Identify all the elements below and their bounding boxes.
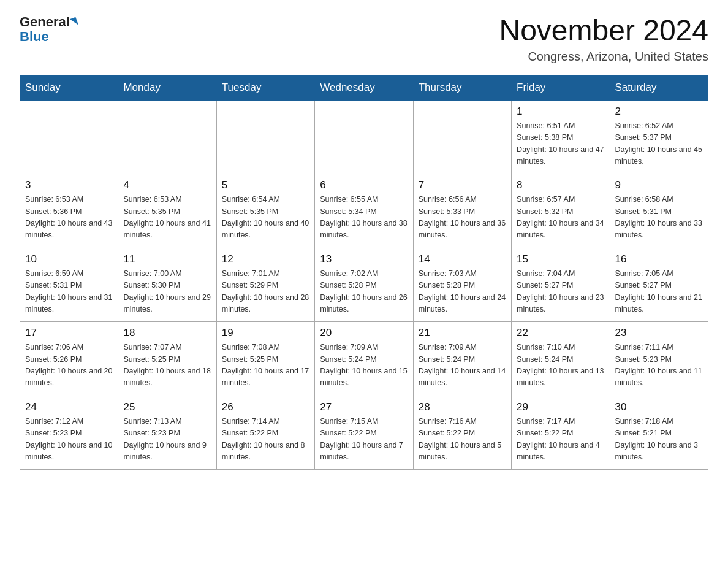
day-number: 16 (615, 253, 703, 266)
weekday-header-tuesday: Tuesday (216, 75, 314, 100)
calendar-cell: 2Sunrise: 6:52 AM Sunset: 5:37 PM Daylig… (610, 100, 708, 174)
day-number: 1 (517, 105, 604, 118)
calendar-cell (118, 100, 216, 174)
calendar-week-row: 10Sunrise: 6:59 AM Sunset: 5:31 PM Dayli… (20, 248, 708, 322)
day-number: 14 (419, 253, 506, 266)
calendar-cell: 29Sunrise: 7:17 AM Sunset: 5:22 PM Dayli… (512, 396, 610, 470)
weekday-header-wednesday: Wednesday (315, 75, 413, 100)
day-number: 17 (25, 327, 113, 339)
day-number: 5 (222, 179, 309, 191)
calendar-cell: 10Sunrise: 6:59 AM Sunset: 5:31 PM Dayli… (20, 248, 118, 322)
calendar-cell: 5Sunrise: 6:54 AM Sunset: 5:35 PM Daylig… (216, 174, 314, 248)
calendar-cell: 24Sunrise: 7:12 AM Sunset: 5:23 PM Dayli… (20, 396, 118, 470)
title-area: November 2024 Congress, Arizona, United … (499, 15, 708, 64)
calendar-cell: 4Sunrise: 6:53 AM Sunset: 5:35 PM Daylig… (118, 174, 216, 248)
day-info: Sunrise: 7:05 AM Sunset: 5:27 PM Dayligh… (615, 268, 703, 316)
day-info: Sunrise: 7:13 AM Sunset: 5:23 PM Dayligh… (123, 416, 211, 464)
calendar-cell: 9Sunrise: 6:58 AM Sunset: 5:31 PM Daylig… (610, 174, 708, 248)
day-info: Sunrise: 6:57 AM Sunset: 5:32 PM Dayligh… (517, 194, 604, 242)
calendar-cell: 17Sunrise: 7:06 AM Sunset: 5:26 PM Dayli… (20, 322, 118, 396)
weekday-header-monday: Monday (118, 75, 216, 100)
calendar-cell: 22Sunrise: 7:10 AM Sunset: 5:24 PM Dayli… (512, 322, 610, 396)
calendar-cell (315, 100, 413, 174)
day-info: Sunrise: 7:03 AM Sunset: 5:28 PM Dayligh… (419, 268, 506, 316)
day-info: Sunrise: 7:16 AM Sunset: 5:22 PM Dayligh… (419, 416, 506, 464)
day-info: Sunrise: 7:09 AM Sunset: 5:24 PM Dayligh… (419, 342, 506, 389)
calendar-cell: 20Sunrise: 7:09 AM Sunset: 5:24 PM Dayli… (315, 322, 413, 396)
calendar-cell: 21Sunrise: 7:09 AM Sunset: 5:24 PM Dayli… (413, 322, 511, 396)
calendar-week-row: 3Sunrise: 6:53 AM Sunset: 5:36 PM Daylig… (20, 174, 708, 248)
day-info: Sunrise: 7:14 AM Sunset: 5:22 PM Dayligh… (222, 416, 309, 464)
day-info: Sunrise: 7:18 AM Sunset: 5:21 PM Dayligh… (615, 416, 703, 464)
calendar-cell: 7Sunrise: 6:56 AM Sunset: 5:33 PM Daylig… (413, 174, 511, 248)
day-info: Sunrise: 6:54 AM Sunset: 5:35 PM Dayligh… (222, 194, 309, 242)
day-info: Sunrise: 6:53 AM Sunset: 5:35 PM Dayligh… (123, 194, 211, 242)
day-number: 3 (25, 179, 113, 191)
day-number: 25 (123, 401, 211, 413)
calendar-week-row: 17Sunrise: 7:06 AM Sunset: 5:26 PM Dayli… (20, 322, 708, 396)
day-number: 12 (222, 253, 309, 266)
day-info: Sunrise: 6:59 AM Sunset: 5:31 PM Dayligh… (25, 268, 113, 316)
calendar-cell: 12Sunrise: 7:01 AM Sunset: 5:29 PM Dayli… (216, 248, 314, 322)
calendar-cell: 16Sunrise: 7:05 AM Sunset: 5:27 PM Dayli… (610, 248, 708, 322)
weekday-header-friday: Friday (512, 75, 610, 100)
day-info: Sunrise: 7:12 AM Sunset: 5:23 PM Dayligh… (25, 416, 113, 464)
day-number: 29 (517, 401, 604, 413)
day-number: 15 (517, 253, 604, 266)
calendar-cell (413, 100, 511, 174)
calendar-cell: 8Sunrise: 6:57 AM Sunset: 5:32 PM Daylig… (512, 174, 610, 248)
day-info: Sunrise: 7:08 AM Sunset: 5:25 PM Dayligh… (222, 342, 309, 389)
day-number: 21 (419, 327, 506, 339)
day-number: 19 (222, 327, 309, 339)
calendar-cell: 23Sunrise: 7:11 AM Sunset: 5:23 PM Dayli… (610, 322, 708, 396)
day-number: 6 (320, 179, 408, 191)
day-number: 22 (517, 327, 604, 339)
day-number: 11 (123, 253, 211, 266)
day-info: Sunrise: 7:07 AM Sunset: 5:25 PM Dayligh… (123, 342, 211, 389)
calendar-cell: 28Sunrise: 7:16 AM Sunset: 5:22 PM Dayli… (413, 396, 511, 470)
calendar-week-row: 1Sunrise: 6:51 AM Sunset: 5:38 PM Daylig… (20, 100, 708, 174)
day-info: Sunrise: 6:52 AM Sunset: 5:37 PM Dayligh… (615, 120, 703, 168)
day-info: Sunrise: 7:02 AM Sunset: 5:28 PM Dayligh… (320, 268, 408, 316)
day-info: Sunrise: 7:11 AM Sunset: 5:23 PM Dayligh… (615, 342, 703, 389)
day-number: 23 (615, 327, 703, 339)
calendar-cell: 18Sunrise: 7:07 AM Sunset: 5:25 PM Dayli… (118, 322, 216, 396)
calendar-cell: 13Sunrise: 7:02 AM Sunset: 5:28 PM Dayli… (315, 248, 413, 322)
day-info: Sunrise: 7:01 AM Sunset: 5:29 PM Dayligh… (222, 268, 309, 316)
calendar-cell: 26Sunrise: 7:14 AM Sunset: 5:22 PM Dayli… (216, 396, 314, 470)
day-info: Sunrise: 7:04 AM Sunset: 5:27 PM Dayligh… (517, 268, 604, 316)
logo: General Blue (20, 15, 77, 44)
calendar-cell: 15Sunrise: 7:04 AM Sunset: 5:27 PM Dayli… (512, 248, 610, 322)
day-info: Sunrise: 6:53 AM Sunset: 5:36 PM Dayligh… (25, 194, 113, 242)
calendar-week-row: 24Sunrise: 7:12 AM Sunset: 5:23 PM Dayli… (20, 396, 708, 470)
day-info: Sunrise: 6:56 AM Sunset: 5:33 PM Dayligh… (419, 194, 506, 242)
calendar: SundayMondayTuesdayWednesdayThursdayFrid… (20, 75, 708, 470)
calendar-cell: 3Sunrise: 6:53 AM Sunset: 5:36 PM Daylig… (20, 174, 118, 248)
location-title: Congress, Arizona, United States (499, 50, 708, 64)
weekday-header-thursday: Thursday (413, 75, 511, 100)
calendar-cell: 30Sunrise: 7:18 AM Sunset: 5:21 PM Dayli… (610, 396, 708, 470)
day-number: 26 (222, 401, 309, 413)
day-info: Sunrise: 6:55 AM Sunset: 5:34 PM Dayligh… (320, 194, 408, 242)
day-number: 30 (615, 401, 703, 413)
day-number: 8 (517, 179, 604, 191)
day-info: Sunrise: 7:09 AM Sunset: 5:24 PM Dayligh… (320, 342, 408, 389)
day-info: Sunrise: 7:06 AM Sunset: 5:26 PM Dayligh… (25, 342, 113, 389)
calendar-cell (20, 100, 118, 174)
day-number: 18 (123, 327, 211, 339)
calendar-cell: 1Sunrise: 6:51 AM Sunset: 5:38 PM Daylig… (512, 100, 610, 174)
weekday-header-saturday: Saturday (610, 75, 708, 100)
day-info: Sunrise: 7:10 AM Sunset: 5:24 PM Dayligh… (517, 342, 604, 389)
day-number: 13 (320, 253, 408, 266)
month-title: November 2024 (499, 15, 708, 47)
logo-arrow-icon (70, 17, 78, 28)
calendar-cell (216, 100, 314, 174)
day-number: 24 (25, 401, 113, 413)
calendar-cell: 14Sunrise: 7:03 AM Sunset: 5:28 PM Dayli… (413, 248, 511, 322)
day-info: Sunrise: 6:58 AM Sunset: 5:31 PM Dayligh… (615, 194, 703, 242)
day-number: 7 (419, 179, 506, 191)
day-number: 2 (615, 105, 703, 118)
day-number: 27 (320, 401, 408, 413)
weekday-header-sunday: Sunday (20, 75, 118, 100)
logo-blue-text: Blue (20, 29, 49, 44)
